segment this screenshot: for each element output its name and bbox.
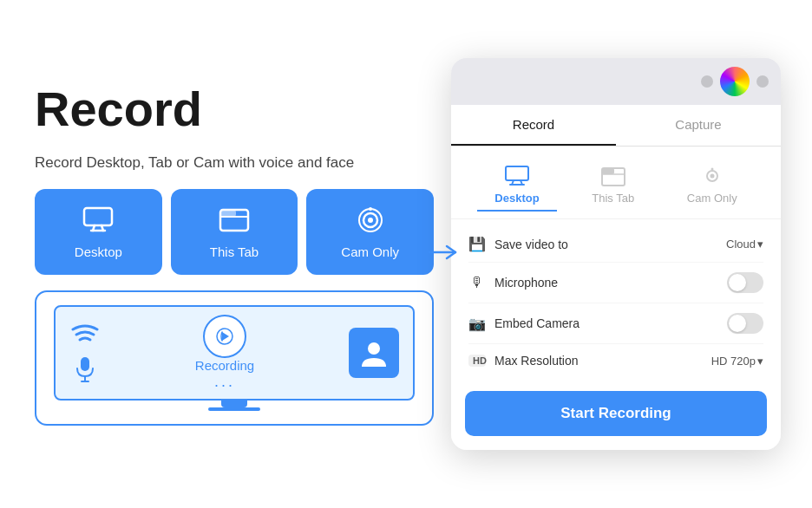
panel-dot-2 (756, 75, 769, 88)
face-avatar (349, 328, 399, 378)
page-title: Record (35, 82, 434, 136)
setting-res-right: HD 720p ▾ (711, 355, 763, 368)
popup-panel: Record Capture Desktop (451, 58, 781, 450)
desktop-label: Desktop (75, 244, 122, 259)
desktop-option-button[interactable]: Desktop (35, 189, 162, 275)
svg-rect-21 (602, 168, 614, 174)
save-video-value: Cloud (726, 238, 756, 251)
mic-preview-icon (75, 357, 95, 383)
this-tab-label: This Tab (210, 244, 259, 259)
embed-camera-label: Embed Camera (494, 316, 580, 330)
mode-desktop-icon (505, 166, 529, 186)
panel-content: Record Capture Desktop (451, 105, 781, 450)
left-section: Record Record Desktop, Tab or Cam with v… (35, 82, 434, 426)
monitor-base (208, 407, 260, 411)
panel-dot-1 (701, 75, 713, 88)
mode-this-tab-label: This Tab (592, 192, 634, 205)
monitor-stand (221, 401, 247, 407)
setting-save-video: 💾 Save video to Cloud ▾ (468, 226, 763, 263)
person-icon (358, 337, 390, 368)
panel-header-bar (451, 58, 781, 105)
save-video-dropdown[interactable]: Cloud ▾ (726, 238, 763, 251)
setting-save-right: Cloud ▾ (726, 238, 763, 251)
arrow-connector (425, 239, 460, 269)
mic-icon: 🎙 (468, 275, 486, 290)
resolution-dropdown[interactable]: HD 720p ▾ (711, 355, 763, 368)
cam-only-label: Cam Only (341, 244, 399, 259)
resolution-value: HD 720p (711, 355, 756, 368)
svg-point-10 (369, 207, 372, 211)
page-wrapper: Record Record Desktop, Tab or Cam with v… (35, 26, 777, 482)
setting-cam-right (727, 313, 763, 334)
setting-res-left: HD Max Resolution (468, 354, 579, 368)
setting-microphone: 🎙 Microphone (468, 263, 763, 303)
cam-only-option-button[interactable]: Cam Only (306, 189, 434, 275)
camera-icon: 📷 (468, 316, 486, 332)
mode-cam-icon (700, 166, 724, 186)
svg-point-25 (710, 168, 713, 171)
microphone-toggle[interactable] (727, 272, 763, 293)
mode-tab-icon (601, 166, 625, 186)
option-buttons: Desktop This Tab Cam Only (35, 189, 434, 275)
setting-mic-right (727, 272, 763, 293)
recording-indicator: Recording ... (195, 315, 254, 391)
this-tab-option-button[interactable]: This Tab (171, 189, 298, 275)
recording-label: Recording (195, 358, 254, 373)
svg-point-8 (368, 218, 373, 223)
panel-app-icon (720, 67, 750, 96)
mode-desktop[interactable]: Desktop (477, 160, 556, 212)
mode-this-tab[interactable]: This Tab (574, 160, 652, 212)
save-dropdown-arrow: ▾ (757, 238, 763, 251)
setting-save-left: 💾 Save video to (468, 236, 568, 252)
desktop-icon (82, 205, 114, 236)
svg-rect-11 (81, 357, 89, 371)
cam-icon (355, 205, 386, 236)
save-video-label: Save video to (494, 238, 568, 251)
setting-mic-left: 🎙 Microphone (468, 275, 558, 290)
preview-left (69, 322, 101, 383)
play-arrow-icon (216, 328, 233, 345)
svg-point-24 (710, 174, 714, 179)
subtitle: Record Desktop, Tab or Cam with voice an… (35, 152, 434, 174)
mode-cam-only-label: Cam Only (687, 192, 737, 205)
tab-record[interactable]: Record (451, 105, 616, 146)
settings-list: 💾 Save video to Cloud ▾ (451, 219, 781, 384)
right-section: Record Capture Desktop (451, 58, 781, 450)
preview-box: Recording ... (35, 290, 434, 426)
setting-cam-left: 📷 Embed Camera (468, 316, 580, 332)
svg-rect-16 (506, 166, 528, 180)
mode-cam-only[interactable]: Cam Only (670, 160, 755, 212)
save-icon: 💾 (468, 236, 486, 252)
resolution-dropdown-arrow: ▾ (757, 355, 763, 368)
embed-camera-toggle[interactable] (727, 313, 763, 334)
microphone-label: Microphone (494, 276, 558, 290)
start-recording-button[interactable]: Start Recording (465, 391, 767, 436)
mode-desktop-label: Desktop (494, 192, 539, 205)
svg-rect-0 (84, 208, 112, 225)
preview-monitor: Recording ... (54, 305, 415, 401)
svg-rect-5 (220, 210, 236, 217)
setting-max-resolution: HD Max Resolution HD 720p ▾ (468, 344, 763, 377)
max-resolution-label: Max Resolution (494, 354, 579, 368)
setting-embed-camera: 📷 Embed Camera (468, 303, 763, 344)
tab-capture[interactable]: Capture (616, 105, 781, 146)
recording-dots: ... (214, 373, 235, 391)
hd-icon: HD (468, 355, 486, 367)
recording-circle (203, 315, 246, 358)
wifi-icon (69, 322, 101, 350)
mode-selector: Desktop This Tab (451, 147, 781, 219)
tab-bar: Record Capture (451, 105, 781, 147)
svg-point-15 (368, 342, 380, 355)
tab-icon (219, 205, 250, 236)
